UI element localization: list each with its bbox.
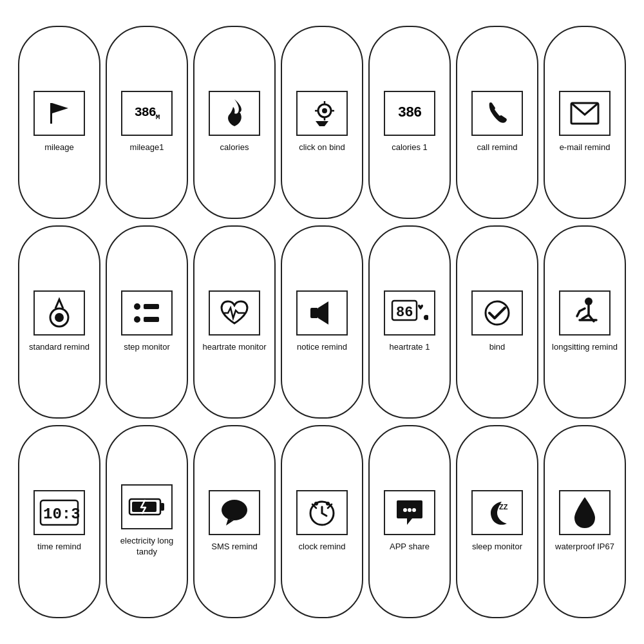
label-time-remind: time remind (37, 542, 81, 553)
label-step-monitor: step monitor (124, 342, 170, 353)
label-standard-remind: standard remind (29, 342, 90, 353)
battery-icon (128, 497, 166, 517)
label-longsitting-remind: longsitting remind (552, 342, 618, 353)
svg-point-34 (408, 508, 412, 512)
pill-calories1: 386 calories 1 (368, 26, 451, 219)
svg-rect-15 (310, 308, 318, 318)
time-icon: 10:36 (39, 499, 79, 526)
label-app-share: APP share (390, 542, 430, 553)
pill-sleep-monitor: ZZ sleep monitor (456, 425, 538, 618)
svg-point-20 (585, 298, 592, 305)
svg-text:ZZ: ZZ (499, 503, 508, 511)
sleep-icon: ZZ (482, 498, 512, 527)
mileage1-icon-text: 386M (135, 105, 160, 121)
icon-box-mileage1: 386M (121, 91, 173, 136)
label-calories1: calories 1 (392, 142, 428, 153)
label-call-remind: call remind (477, 142, 518, 153)
app-share-icon (394, 498, 425, 527)
icon-box-click-on-bind (296, 91, 348, 136)
pill-heartrate1: 86 heartrate 1 (368, 225, 451, 419)
svg-point-27 (222, 500, 247, 520)
icon-box-step-monitor (121, 290, 173, 336)
label-heartrate1: heartrate 1 (390, 342, 430, 353)
svg-point-31 (314, 502, 318, 506)
icon-box-longsitting-remind (559, 290, 611, 336)
calories1-icon-text: 386 (398, 105, 422, 121)
medal-icon (46, 297, 72, 329)
sitting-icon (571, 297, 599, 329)
icon-box-app-share (384, 490, 435, 535)
pill-mileage: mileage (18, 26, 100, 219)
svg-rect-12 (144, 304, 159, 309)
label-calories: calories (220, 142, 249, 153)
pill-heartrate-monitor: heartrate monitor (193, 225, 276, 419)
pill-electricity: electricity long tandy (106, 425, 188, 618)
label-mileage: mileage (44, 142, 74, 153)
pill-bind: bind (456, 225, 538, 419)
pill-longsitting-remind: longsitting remind (544, 225, 626, 419)
svg-marker-1 (52, 103, 68, 113)
heartrate1-icon: 86 (391, 299, 428, 327)
alarm-icon (307, 498, 337, 527)
svg-point-32 (326, 502, 330, 506)
svg-point-35 (412, 508, 416, 512)
flag-icon (45, 99, 73, 128)
label-notice-remind: notice remind (297, 342, 347, 353)
icon-box-standard-remind (33, 290, 85, 336)
svg-point-11 (134, 303, 140, 310)
heartrate-icon (219, 299, 250, 327)
svg-point-18 (424, 315, 428, 320)
icon-box-call-remind (471, 91, 523, 136)
label-electricity: electricity long tandy (113, 536, 180, 558)
click-bind-icon (307, 98, 337, 129)
icon-box-bind (471, 290, 523, 336)
icon-box-sms-remind (209, 490, 260, 535)
pill-sms-remind: SMS remind (193, 425, 276, 618)
step-icon (131, 300, 163, 326)
label-heartrate-monitor: heartrate monitor (203, 342, 267, 353)
icon-box-email-remind (559, 91, 611, 136)
svg-rect-14 (144, 317, 159, 322)
svg-point-10 (55, 313, 64, 322)
label-sms-remind: SMS remind (211, 542, 258, 553)
bind-icon (483, 299, 511, 327)
icon-grid: mileage 386M mileage1 calories (5, 13, 639, 631)
pill-notice-remind: notice remind (281, 225, 363, 419)
pill-step-monitor: step monitor (106, 225, 188, 419)
svg-point-13 (134, 316, 140, 323)
pill-email-remind: e-mail remind (544, 26, 626, 219)
pill-click-on-bind: click on bind (281, 26, 363, 219)
label-waterproof: waterproof IP67 (555, 542, 614, 553)
icon-box-heartrate-monitor (209, 290, 260, 336)
svg-rect-0 (50, 103, 52, 124)
icon-box-calories1: 386 (384, 91, 435, 136)
icon-box-waterproof (559, 490, 611, 535)
email-icon (570, 102, 600, 125)
label-sleep-monitor: sleep monitor (472, 542, 522, 553)
speaker-icon (308, 299, 336, 327)
pill-call-remind: call remind (456, 26, 538, 219)
pill-app-share: APP share (368, 425, 451, 618)
icon-box-clock-remind (296, 490, 348, 535)
svg-text:86: 86 (396, 305, 413, 321)
label-email-remind: e-mail remind (560, 142, 611, 153)
icon-box-mileage (33, 91, 85, 136)
svg-rect-25 (160, 503, 164, 511)
water-icon (572, 496, 598, 529)
label-clock-remind: clock remind (299, 542, 346, 553)
pill-mileage1: 386M mileage1 (106, 26, 188, 219)
icon-box-sleep-monitor: ZZ (471, 490, 523, 535)
svg-point-33 (403, 508, 407, 512)
icon-box-time-remind: 10:36 (33, 490, 85, 535)
icon-box-notice-remind (296, 290, 348, 336)
icon-box-heartrate1: 86 (384, 290, 435, 336)
flame-icon (222, 98, 247, 129)
pill-waterproof: waterproof IP67 (544, 425, 626, 618)
label-bind: bind (489, 342, 506, 353)
svg-point-3 (322, 108, 327, 113)
label-mileage1: mileage1 (130, 142, 164, 153)
icon-box-electricity (121, 484, 173, 529)
pill-standard-remind: standard remind (18, 225, 100, 419)
pill-calories: calories (193, 26, 276, 219)
svg-text:10:36: 10:36 (43, 506, 79, 523)
